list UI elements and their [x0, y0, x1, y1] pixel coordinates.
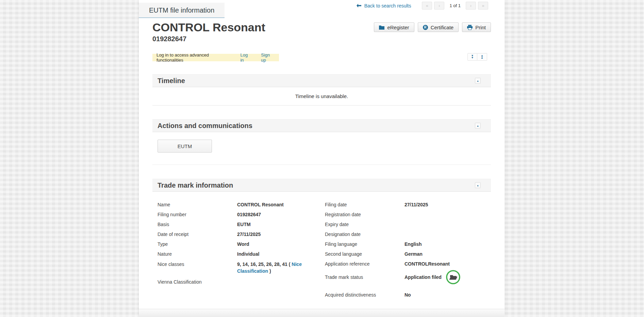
collapse-all-button[interactable]: ▲ ▲: [477, 53, 487, 61]
field-row-nature: Nature Individual: [158, 249, 325, 259]
field-row-filing-number: Filing number 019282647: [158, 210, 325, 220]
page-indicator: 1 of 1: [449, 3, 461, 8]
field-value: EUTM: [237, 220, 325, 229]
previous-page-button[interactable]: ‹: [434, 2, 444, 10]
field-value: CONTROLResonant: [404, 259, 491, 269]
login-link[interactable]: Log in: [240, 52, 251, 63]
first-page-icon: «: [426, 3, 428, 8]
trademark-section-title: Trade mark information: [158, 181, 233, 189]
content-column: Back to search results « ‹ 1 of 1 › » CO…: [152, 0, 491, 317]
field-row-acquired-distinctiveness: Acquired distinctiveness No: [325, 290, 491, 300]
field-label: Second language: [325, 249, 404, 259]
filing-number-heading: 019282647: [152, 35, 491, 43]
signup-link[interactable]: Sign up: [261, 52, 275, 63]
field-row-vienna-classification: Vienna Classification: [158, 277, 325, 287]
field-row-type: Type Word: [158, 239, 325, 249]
eutm-tab-label: EUTM: [178, 143, 192, 149]
actions-body: EUTM: [152, 132, 491, 165]
field-value: No: [404, 290, 491, 300]
field-label: Designation date: [325, 229, 404, 239]
field-label: Application reference: [325, 259, 404, 269]
registered-icon: R: [423, 25, 428, 30]
print-button[interactable]: Print: [462, 22, 491, 32]
timeline-section: Timeline ▲ Timeline is unavailable.: [152, 74, 491, 106]
next-page-icon: ›: [470, 3, 472, 8]
back-arrow-icon: [357, 4, 361, 7]
field-row-expiry-date: Expiry date: [325, 220, 491, 229]
login-notice-bar: Log in to access advanced functionalitie…: [152, 54, 279, 61]
field-label: Filing language: [325, 239, 404, 249]
nice-classes-value: 9, 14, 16, 25, 26, 28, 41 (: [237, 261, 292, 267]
field-label: Date of receipt: [158, 229, 237, 239]
field-value: 9, 14, 16, 25, 26, 28, 41 ( Nice Classif…: [237, 261, 325, 274]
actions-section: Actions and communications ▲ EUTM: [152, 119, 491, 165]
trademark-right-column: Filing date 27/11/2025 Registration date…: [325, 200, 491, 300]
field-label: Name: [158, 200, 237, 210]
field-label: Nature: [158, 249, 237, 259]
timeline-empty-message: Timeline is unavailable.: [295, 93, 348, 99]
field-label: Type: [158, 239, 237, 249]
status-folder-icon: [446, 270, 461, 285]
field-value: CONTROL Resonant: [237, 200, 325, 210]
field-value: German: [404, 249, 491, 259]
field-label: Nice classes: [158, 261, 237, 274]
field-value: Word: [237, 239, 325, 249]
first-page-button[interactable]: «: [422, 2, 432, 10]
certificate-label: Certificate: [431, 25, 454, 30]
trademark-body: Name CONTROL Resonant Filing number 0192…: [152, 192, 491, 300]
next-section-bar-partial: [139, 309, 505, 317]
back-to-search-label: Back to search results: [364, 3, 411, 9]
timeline-collapse-button[interactable]: ▲: [475, 78, 481, 84]
main-panel: EUTM file information Back to search res…: [139, 0, 505, 317]
field-value: [404, 210, 491, 220]
next-page-button[interactable]: ›: [466, 2, 476, 10]
trademark-section-header: Trade mark information ▲: [152, 179, 491, 192]
collapse-section-icon: ▲: [477, 184, 479, 187]
field-label: Trade mark status: [325, 272, 404, 282]
field-value: Individual: [237, 249, 325, 259]
actions-collapse-button[interactable]: ▲: [475, 123, 481, 129]
back-to-search-link[interactable]: Back to search results: [357, 3, 411, 9]
timeline-body: Timeline is unavailable.: [152, 87, 491, 106]
expand-collapse-controls: ▼ ▼ ▲ ▲: [467, 53, 487, 61]
field-row-basis: Basis EUTM: [158, 220, 325, 229]
document-actions: eRegister R Certificate Print: [374, 22, 491, 32]
field-label: Registration date: [325, 210, 404, 220]
field-label: Filing number: [158, 210, 237, 220]
trademark-left-column: Name CONTROL Resonant Filing number 0192…: [158, 200, 325, 300]
trademark-collapse-button[interactable]: ▲: [475, 183, 481, 188]
expand-all-button[interactable]: ▼ ▼: [467, 53, 477, 61]
field-row-filing-language: Filing language English: [325, 239, 491, 249]
field-row-name: Name CONTROL Resonant: [158, 200, 325, 210]
expand-all-icon: ▼: [471, 57, 474, 59]
certificate-button[interactable]: R Certificate: [418, 22, 459, 32]
page-background: { "tab": { "label": "EUTM file informati…: [0, 0, 644, 317]
actions-section-header: Actions and communications ▲: [152, 119, 491, 132]
field-label: Basis: [158, 220, 237, 229]
field-value: 27/11/2025: [237, 229, 325, 239]
last-page-icon: »: [482, 3, 484, 8]
collapse-all-icon: ▲: [481, 57, 483, 59]
field-value: 27/11/2025: [404, 200, 491, 210]
folder-icon: [379, 25, 384, 30]
field-value: Application filed: [404, 270, 491, 285]
field-row-date-of-receipt: Date of receipt 27/11/2025: [158, 229, 325, 239]
field-value: [404, 220, 491, 229]
print-label: Print: [475, 25, 486, 30]
field-row-designation-date: Designation date: [325, 229, 491, 239]
field-value: [237, 277, 325, 287]
field-label: Expiry date: [325, 220, 404, 229]
field-label: Filing date: [325, 200, 404, 210]
collapse-section-icon: ▲: [477, 125, 479, 127]
actions-section-title: Actions and communications: [158, 122, 252, 130]
previous-page-icon: ‹: [439, 3, 440, 8]
trademark-status-value: Application filed: [404, 272, 442, 282]
field-row-second-language: Second language German: [325, 249, 491, 259]
timeline-section-header: Timeline ▲: [152, 74, 491, 87]
login-notice-message: Log in to access advanced functionalitie…: [156, 52, 231, 63]
last-page-button[interactable]: »: [478, 2, 488, 10]
field-row-filing-date: Filing date 27/11/2025: [325, 200, 491, 210]
results-navigation: Back to search results « ‹ 1 of 1 › »: [357, 2, 488, 10]
eutm-tab-button[interactable]: EUTM: [158, 140, 212, 153]
eregister-button[interactable]: eRegister: [374, 22, 414, 32]
